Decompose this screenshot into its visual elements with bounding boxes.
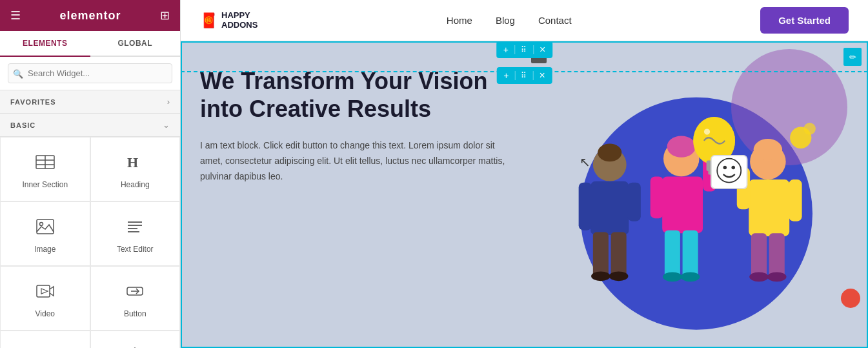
main-content: 🧧 HAPPY ADDONS Home Blog Contact Get Sta… [181,0,868,348]
elementor-logo: elementor [59,9,121,23]
widget-button-label: Button [124,309,146,318]
chevron-right-icon: › [167,97,170,107]
svg-rect-45 [749,179,789,236]
svg-point-49 [717,159,741,183]
svg-point-36 [663,272,682,281]
site-logo: 🧧 HAPPY ADDONS [200,11,257,30]
grid-icon[interactable]: ⊞ [160,8,170,23]
svg-point-44 [754,139,782,160]
widget-text-editor-label: Text Editor [117,245,154,254]
hamburger-icon[interactable]: ☰ [10,8,21,23]
section-close-button[interactable]: × [536,43,549,57]
widgets-grid: Inner Section H Heading Image [0,137,180,348]
illustration-area [526,43,867,347]
section-toolbar: + ⠿ × [496,41,553,58]
widget-image-label: Image [34,245,56,254]
illustration-svg [526,108,849,347]
svg-point-42 [704,128,710,134]
nav-home[interactable]: Home [447,15,472,26]
svg-rect-52 [751,233,767,278]
section-move-button[interactable]: ⠿ [518,44,530,56]
svg-rect-26 [611,232,627,276]
svg-rect-53 [769,233,785,278]
widget-button[interactable]: Button [90,266,181,331]
image-icon [35,216,56,240]
spacer-icon [125,345,145,348]
inner-section-move-button[interactable]: ⠿ [518,70,530,81]
svg-point-6 [39,223,43,226]
svg-rect-25 [593,232,609,276]
widget-spacer[interactable]: Spacer [90,331,181,348]
text-editor-icon [125,216,145,240]
left-column: We Transform Your Vision into Creative R… [181,41,526,348]
svg-rect-24 [628,183,641,221]
inner-section-icon [35,152,56,175]
svg-rect-32 [651,176,663,218]
content-area: We Transform Your Vision into Creative R… [181,41,868,348]
left-panel: ☰ elementor ⊞ ELEMENTS GLOBAL 🔍 FAVORITE… [0,0,181,348]
search-icon: 🔍 [13,68,23,78]
svg-marker-12 [41,289,48,294]
search-box: 🔍 [0,57,180,90]
widget-video[interactable]: Video [0,266,90,331]
inner-toolbar-divider-1 [514,71,515,80]
svg-rect-23 [579,183,592,230]
widget-image[interactable]: Image [0,201,90,266]
toolbar-divider-1 [514,45,515,54]
svg-point-27 [591,271,611,281]
widget-inner-section-label: Inner Section [22,180,68,189]
widget-video-label: Video [35,309,55,318]
inner-toolbar-divider-2 [532,71,533,80]
divider-icon [35,345,56,348]
right-column[interactable]: ✏ ⠿ [526,41,868,348]
favorites-section[interactable]: FAVORITES › [0,90,180,114]
basic-label: BASIC [10,121,35,129]
heading-icon: H [125,152,145,175]
favorites-label: FAVORITES [10,98,56,106]
svg-rect-34 [665,230,680,278]
nav-contact[interactable]: Contact [538,15,572,26]
svg-text:H: H [127,154,138,170]
site-nav: Home Blog Contact [447,15,572,26]
svg-point-30 [667,136,696,157]
logo-emoji: 🧧 [200,12,217,29]
section-add-button[interactable]: + [500,43,512,56]
button-icon [125,281,145,304]
svg-point-37 [681,272,700,281]
svg-point-54 [749,272,769,281]
svg-point-50 [723,166,727,170]
inner-section-close-button[interactable]: × [536,68,548,83]
tab-elements[interactable]: ELEMENTS [0,31,90,57]
svg-rect-22 [590,181,629,235]
inner-section-add-button[interactable]: + [500,69,512,82]
basic-section-header[interactable]: BASIC ⌄ [0,114,180,137]
panel-tabs: ELEMENTS GLOBAL [0,31,180,57]
svg-rect-31 [662,176,703,233]
toolbar-divider-2 [533,45,534,54]
svg-rect-35 [683,230,698,278]
widget-heading[interactable]: H Heading [90,137,181,201]
tab-global[interactable]: GLOBAL [90,31,181,56]
main-paragraph: I am text block. Click edit button to ch… [200,138,507,184]
svg-point-28 [609,271,629,281]
svg-point-57 [803,123,816,135]
chevron-down-icon: ⌄ [163,120,170,130]
search-input[interactable] [8,63,172,83]
svg-rect-5 [37,220,54,234]
svg-point-21 [598,144,621,162]
inner-section-toolbar: + ⠿ × [496,67,552,84]
svg-point-55 [767,272,787,281]
logo-line1: HAPPY [221,10,250,20]
top-bar: ☰ elementor ⊞ [0,0,180,31]
widget-divider[interactable]: Divider [0,331,90,348]
widget-inner-section[interactable]: Inner Section [0,137,90,201]
nav-blog[interactable]: Blog [496,15,515,26]
site-header: 🧧 HAPPY ADDONS Home Blog Contact Get Sta… [181,0,868,41]
edit-pencil-button[interactable]: ✏ [843,48,862,66]
logo-line2: ADDONS [221,20,257,30]
svg-rect-47 [789,179,802,221]
widget-heading-label: Heading [121,180,150,189]
get-started-button[interactable]: Get Started [760,7,849,34]
widget-text-editor[interactable]: Text Editor [90,201,181,266]
svg-point-51 [731,166,735,170]
